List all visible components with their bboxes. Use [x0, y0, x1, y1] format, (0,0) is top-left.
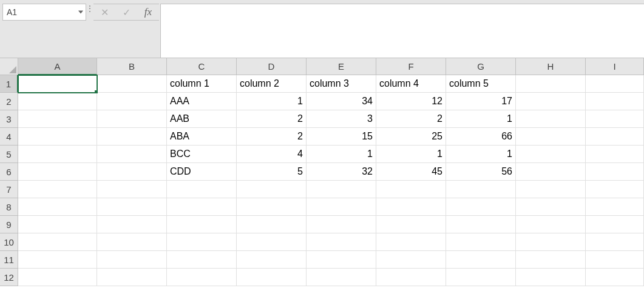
column-header-C[interactable]: C: [167, 58, 237, 75]
cell-I3[interactable]: [586, 110, 644, 128]
cell-B6[interactable]: [97, 163, 167, 181]
row-header-12[interactable]: 12: [0, 269, 18, 286]
cell-I5[interactable]: [586, 146, 644, 163]
column-header-H[interactable]: H: [516, 58, 586, 75]
cell-I4[interactable]: [586, 128, 644, 146]
cell-E9[interactable]: [307, 216, 376, 233]
cell-F7[interactable]: [376, 181, 446, 198]
row-header-1[interactable]: 1: [0, 75, 18, 93]
cell-B5[interactable]: [97, 146, 167, 163]
cell-H4[interactable]: [516, 128, 586, 146]
cell-E3[interactable]: 3: [307, 110, 376, 128]
cell-B7[interactable]: [97, 181, 167, 198]
cell-H7[interactable]: [516, 181, 586, 198]
cell-D2[interactable]: 1: [237, 93, 307, 110]
cell-H6[interactable]: [516, 163, 586, 181]
cell-G10[interactable]: [446, 233, 516, 251]
cell-A5[interactable]: [18, 146, 97, 163]
cell-B3[interactable]: [97, 110, 167, 128]
column-header-E[interactable]: E: [307, 58, 376, 75]
cell-E8[interactable]: [307, 198, 376, 216]
cell-A4[interactable]: [18, 128, 97, 146]
cell-C10[interactable]: [167, 233, 237, 251]
cell-H1[interactable]: [516, 75, 586, 93]
cell-C1[interactable]: column 1: [167, 75, 237, 93]
cell-D5[interactable]: 4: [237, 146, 307, 163]
cell-A10[interactable]: [18, 233, 97, 251]
cell-A12[interactable]: [18, 269, 97, 286]
cell-E4[interactable]: 15: [307, 128, 376, 146]
cell-E2[interactable]: 34: [307, 93, 376, 110]
row-header-3[interactable]: 3: [0, 110, 18, 128]
name-box[interactable]: A1: [2, 4, 86, 21]
cell-D12[interactable]: [237, 269, 307, 286]
column-header-G[interactable]: G: [446, 58, 516, 75]
cell-F11[interactable]: [376, 251, 446, 269]
cell-H10[interactable]: [516, 233, 586, 251]
cell-H3[interactable]: [516, 110, 586, 128]
cell-H5[interactable]: [516, 146, 586, 163]
cell-I9[interactable]: [586, 216, 644, 233]
cell-C9[interactable]: [167, 216, 237, 233]
cell-C8[interactable]: [167, 198, 237, 216]
formula-input[interactable]: [160, 4, 644, 58]
cell-C2[interactable]: AAA: [167, 93, 237, 110]
column-header-F[interactable]: F: [376, 58, 446, 75]
cell-H8[interactable]: [516, 198, 586, 216]
cell-E10[interactable]: [307, 233, 376, 251]
cell-A3[interactable]: [18, 110, 97, 128]
cell-I12[interactable]: [586, 269, 644, 286]
cell-I8[interactable]: [586, 198, 644, 216]
cell-E6[interactable]: 32: [307, 163, 376, 181]
cell-F2[interactable]: 12: [376, 93, 446, 110]
cell-D1[interactable]: column 2: [237, 75, 307, 93]
cell-C5[interactable]: BCC: [167, 146, 237, 163]
cell-I11[interactable]: [586, 251, 644, 269]
cell-B11[interactable]: [97, 251, 167, 269]
cell-F12[interactable]: [376, 269, 446, 286]
cell-D8[interactable]: [237, 198, 307, 216]
row-header-9[interactable]: 9: [0, 216, 18, 233]
cell-B12[interactable]: [97, 269, 167, 286]
cell-G6[interactable]: 56: [446, 163, 516, 181]
cell-B8[interactable]: [97, 198, 167, 216]
cell-F6[interactable]: 45: [376, 163, 446, 181]
cell-F4[interactable]: 25: [376, 128, 446, 146]
cell-F8[interactable]: [376, 198, 446, 216]
cell-A1[interactable]: [18, 75, 97, 93]
cell-A6[interactable]: [18, 163, 97, 181]
cell-D4[interactable]: 2: [237, 128, 307, 146]
cell-H9[interactable]: [516, 216, 586, 233]
cell-G7[interactable]: [446, 181, 516, 198]
cell-C6[interactable]: CDD: [167, 163, 237, 181]
cell-G1[interactable]: column 5: [446, 75, 516, 93]
row-header-2[interactable]: 2: [0, 93, 18, 110]
cell-A11[interactable]: [18, 251, 97, 269]
cell-I10[interactable]: [586, 233, 644, 251]
cell-G4[interactable]: 66: [446, 128, 516, 146]
insert-function-button[interactable]: fx: [137, 4, 159, 20]
cell-G9[interactable]: [446, 216, 516, 233]
cell-C3[interactable]: AAB: [167, 110, 237, 128]
cell-H2[interactable]: [516, 93, 586, 110]
cell-G11[interactable]: [446, 251, 516, 269]
column-header-D[interactable]: D: [237, 58, 307, 75]
cell-G8[interactable]: [446, 198, 516, 216]
cell-D11[interactable]: [237, 251, 307, 269]
cell-C4[interactable]: ABA: [167, 128, 237, 146]
cell-E11[interactable]: [307, 251, 376, 269]
cell-B10[interactable]: [97, 233, 167, 251]
cell-H11[interactable]: [516, 251, 586, 269]
cell-F9[interactable]: [376, 216, 446, 233]
cell-E5[interactable]: 1: [307, 146, 376, 163]
cell-F3[interactable]: 2: [376, 110, 446, 128]
cell-E12[interactable]: [307, 269, 376, 286]
cell-H12[interactable]: [516, 269, 586, 286]
cell-G2[interactable]: 17: [446, 93, 516, 110]
cell-B4[interactable]: [97, 128, 167, 146]
cell-A2[interactable]: [18, 93, 97, 110]
row-header-5[interactable]: 5: [0, 146, 18, 163]
cell-A8[interactable]: [18, 198, 97, 216]
cell-B9[interactable]: [97, 216, 167, 233]
cell-C11[interactable]: [167, 251, 237, 269]
